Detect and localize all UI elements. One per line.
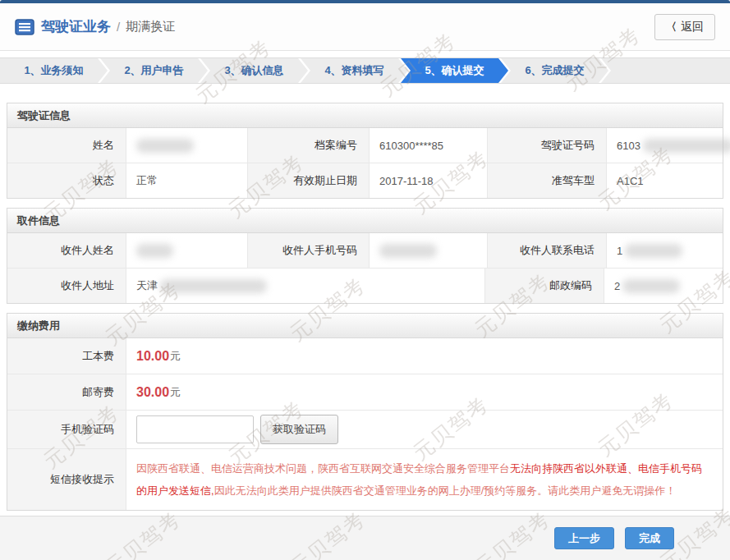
recipient-name-label: 收件人姓名 <box>7 233 126 268</box>
postage-fee-label: 邮寄费 <box>7 374 126 410</box>
title-divider: / <box>117 20 120 34</box>
back-button-label: 返回 <box>681 20 704 34</box>
postal-code-value: 2 <box>604 269 723 303</box>
work-fee-amount: 10.00 <box>136 349 169 364</box>
postal-code-label: 邮政编码 <box>484 269 604 303</box>
list-icon <box>15 19 34 35</box>
table-row: 姓名 档案编号 610300****85 驾驶证号码 6103 <box>7 128 723 163</box>
license-number-label: 驾驶证号码 <box>487 128 606 163</box>
recipient-mobile-label: 收件人手机号码 <box>247 233 369 268</box>
redacted-recipient-name <box>136 244 173 258</box>
work-fee-label: 工本费 <box>7 338 126 374</box>
step-3-confirm-info[interactable]: 3、确认信息 <box>200 58 308 83</box>
status-label: 状态 <box>7 163 126 198</box>
postage-fee-amount: 30.00 <box>136 385 169 400</box>
table-row: 邮寄费 30.00 元 <box>7 374 723 410</box>
previous-step-button[interactable]: 上一步 <box>554 527 614 549</box>
license-section-title: 驾驶证信息 <box>7 103 723 128</box>
recipient-address-value: 天津 <box>126 269 484 303</box>
redacted-name <box>136 139 194 153</box>
recipient-address-label: 收件人地址 <box>7 269 126 303</box>
fees-section: 缴纳费用 工本费 10.00 元 邮寄费 30.00 元 手机验证码 获取验证码… <box>7 313 723 511</box>
archive-number-label: 档案编号 <box>247 128 369 163</box>
page-subtitle: 期满换证 <box>126 19 175 34</box>
name-label: 姓名 <box>7 128 126 163</box>
table-row: 状态 正常 有效期止日期 2017-11-18 准驾车型 A1C1 <box>7 163 723 198</box>
sms-notice-label: 短信接收提示 <box>7 449 126 510</box>
redacted-recipient-address <box>160 279 267 293</box>
postage-fee-value: 30.00 元 <box>126 374 723 410</box>
sms-notice-text: 因陕西省联通、电信运营商技术问题，陕西省互联网交通安全综合服务管理平台无法向持陕… <box>126 449 723 510</box>
sms-code-input[interactable] <box>136 415 254 443</box>
redacted-license-number <box>643 139 730 153</box>
table-row: 收件人地址 天津 邮政编码 2 <box>7 268 723 303</box>
notice-part-3: 因此无法向此类用户提供陕西省交通管理业务的网上办理/预约等服务。请此类用户避免无… <box>214 484 677 497</box>
step-6-finish-submit[interactable]: 6、完成提交 <box>501 58 608 83</box>
step-bar-filler <box>601 58 730 83</box>
step-5-confirm-submit[interactable]: 5、确认提交 <box>401 58 508 83</box>
license-info-section: 驾驶证信息 姓名 档案编号 610300****85 驾驶证号码 6103 状态… <box>7 103 723 199</box>
recipient-name-value <box>126 233 247 268</box>
vehicle-class-label: 准驾车型 <box>487 163 606 198</box>
notice-part-1: 因陕西省联通、电信运营商技术问题，陕西省互联网交通安全综合服务管理平台 <box>136 462 510 475</box>
footer-action-bar: 上一步 完成 <box>0 516 730 560</box>
redacted-recipient-mobile <box>379 244 437 258</box>
license-number-value: 6103 <box>606 128 730 163</box>
recipient-phone-value: 1 <box>606 233 723 268</box>
name-value <box>126 128 247 163</box>
pickup-section-title: 取件信息 <box>7 209 723 233</box>
finish-button[interactable]: 完成 <box>625 527 674 549</box>
sms-code-cell: 获取验证码 <box>126 411 723 448</box>
table-row: 工本费 10.00 元 <box>7 338 723 374</box>
status-value: 正常 <box>126 163 247 198</box>
page-title: 驾驶证业务 <box>41 17 111 36</box>
work-fee-unit: 元 <box>170 349 181 364</box>
license-renewal-page: { "header": { "title": "驾驶证业务", "divider… <box>0 0 730 560</box>
redacted-recipient-phone <box>625 244 682 258</box>
step-4-fill-data[interactable]: 4、资料填写 <box>301 58 408 83</box>
step-progress-bar: 1、业务须知 2、用户申告 3、确认信息 4、资料填写 5、确认提交 6、完成提… <box>0 57 730 84</box>
archive-number-value: 610300****85 <box>369 128 487 163</box>
table-row: 收件人姓名 收件人手机号码 收件人联系电话 1 <box>7 233 723 268</box>
step-2-user-declaration[interactable]: 2、用户申告 <box>100 58 208 83</box>
table-row: 手机验证码 获取验证码 <box>7 410 723 448</box>
work-fee-value: 10.00 元 <box>126 338 723 374</box>
page-header: 驾驶证业务 / 期满换证 〈 返回 <box>0 3 730 51</box>
step-1-business-notice[interactable]: 1、业务须知 <box>0 58 108 83</box>
postage-fee-unit: 元 <box>170 385 181 400</box>
table-row: 短信接收提示 因陕西省联通、电信运营商技术问题，陕西省互联网交通安全综合服务管理… <box>7 448 723 510</box>
fees-section-title: 缴纳费用 <box>7 314 723 338</box>
recipient-phone-label: 收件人联系电话 <box>487 233 606 268</box>
expiry-date-value: 2017-11-18 <box>369 163 487 198</box>
expiry-date-label: 有效期止日期 <box>247 163 369 198</box>
chevron-left-icon: 〈 <box>666 20 677 34</box>
recipient-mobile-value <box>369 233 487 268</box>
vehicle-class-value: A1C1 <box>606 163 723 198</box>
get-code-button[interactable]: 获取验证码 <box>260 415 338 444</box>
sms-code-label: 手机验证码 <box>7 411 126 448</box>
pickup-info-section: 取件信息 收件人姓名 收件人手机号码 收件人联系电话 1 收件人地址 天津 邮政… <box>7 208 723 304</box>
back-button[interactable]: 〈 返回 <box>654 14 715 40</box>
redacted-postal-code <box>622 279 680 293</box>
